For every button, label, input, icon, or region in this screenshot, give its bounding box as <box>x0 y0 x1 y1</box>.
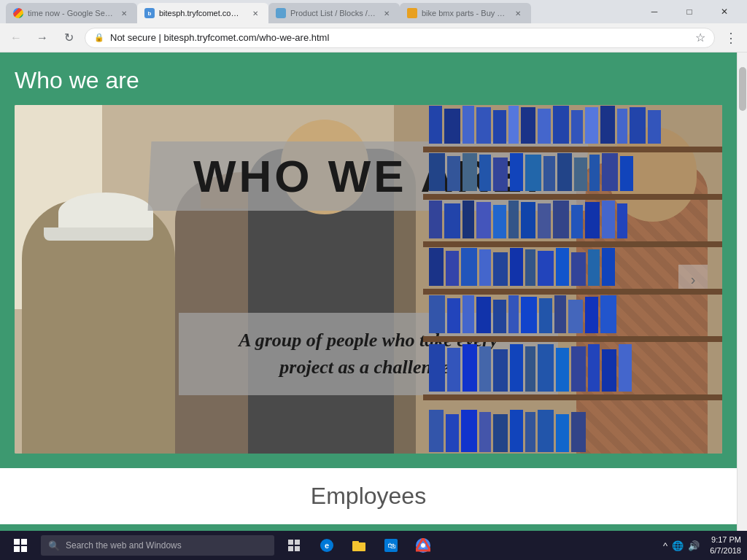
clock-date: 6/7/2018 <box>710 545 741 556</box>
scrollbar-thumb[interactable] <box>739 67 746 111</box>
back-button[interactable]: ← <box>6 28 26 48</box>
search-icon: 🔍 <box>48 540 60 551</box>
tab-close-button[interactable]: ✕ <box>381 7 392 19</box>
navigation-bar: ← → ↻ 🔒 Not secure | bitesph.tryfcomet.c… <box>0 23 747 52</box>
bmx-favicon <box>407 8 417 18</box>
url-text: Not secure | bitesph.tryfcomet.com/who-w… <box>110 32 689 43</box>
employees-heading: Employees <box>0 468 737 524</box>
google-favicon <box>13 8 23 18</box>
below-hero-section: Employees <box>0 454 737 524</box>
taskbar-search-text: Search the web and Windows <box>66 540 182 551</box>
bookmark-icon[interactable]: ☆ <box>695 31 705 44</box>
chrome-taskbar-button[interactable] <box>409 532 438 559</box>
chrome-icon <box>416 538 430 553</box>
chrome-menu-button[interactable]: ⋮ <box>721 28 741 48</box>
lock-icon: 🔒 <box>94 33 104 42</box>
maximize-button[interactable]: □ <box>673 0 706 23</box>
svg-point-13 <box>421 543 425 548</box>
system-tray: ^ 🌐 🔊 9:17 PM 6/7/2018 <box>663 534 741 557</box>
file-explorer-button[interactable] <box>344 532 374 559</box>
file-explorer-icon <box>352 539 365 552</box>
svg-rect-7 <box>352 541 359 545</box>
tab-group: time now - Google Searc... ✕ b bitesph.t… <box>6 0 531 23</box>
white-content-area: Employees <box>0 468 737 524</box>
address-bar[interactable]: 🔒 Not secure | bitesph.tryfcomet.com/who… <box>85 28 715 48</box>
tab-label: Product List / Blocks / El... <box>290 9 376 18</box>
edge-button[interactable]: e <box>312 532 341 559</box>
tab-close-button[interactable]: ✕ <box>512 7 524 19</box>
tab-product-list[interactable]: Product List / Blocks / El... ✕ <box>268 3 400 23</box>
store-button[interactable]: 🛍 <box>376 532 406 559</box>
chevron-up-icon[interactable]: ^ <box>663 540 667 551</box>
network-icon[interactable]: 🌐 <box>672 540 684 551</box>
hero-image-section: WHO WE ARE! A group of people who take e… <box>15 105 722 454</box>
task-view-button[interactable] <box>280 532 309 559</box>
taskbar-search[interactable]: 🔍 Search the web and Windows <box>41 535 274 556</box>
product-favicon <box>276 8 286 18</box>
title-bar: time now - Google Searc... ✕ b bitesph.t… <box>0 0 747 23</box>
page-title: Who we are <box>15 67 722 94</box>
svg-rect-0 <box>288 540 293 545</box>
windows-logo-icon <box>14 539 27 552</box>
system-clock[interactable]: 9:17 PM 6/7/2018 <box>710 534 741 557</box>
reload-button[interactable]: ↻ <box>58 28 79 48</box>
svg-text:e: e <box>325 541 329 550</box>
comet-favicon: b <box>144 8 155 18</box>
page-header: Who we are <box>0 52 737 105</box>
tab-close-button[interactable]: ✕ <box>249 7 261 19</box>
tab-label: time now - Google Searc... <box>28 9 114 18</box>
page-content-area: Who we are <box>0 52 747 531</box>
tab-bmx-parts[interactable]: bike bmx parts - Buy bik... ✕ <box>400 3 531 23</box>
tab-bitesph[interactable]: b bitesph.tryfcomet.com/w... ✕ <box>137 3 268 23</box>
close-button[interactable]: ✕ <box>708 0 741 23</box>
volume-icon[interactable]: 🔊 <box>688 540 700 551</box>
task-view-icon <box>288 540 301 551</box>
forward-button[interactable]: → <box>32 28 53 48</box>
taskbar: 🔍 Search the web and Windows e <box>0 531 747 560</box>
store-icon: 🛍 <box>384 539 398 552</box>
minimize-button[interactable]: ─ <box>638 0 671 23</box>
svg-text:🛍: 🛍 <box>387 541 396 550</box>
main-content: Who we are <box>0 52 737 531</box>
svg-rect-1 <box>295 540 300 545</box>
clock-time: 9:17 PM <box>711 534 741 545</box>
edge-icon: e <box>320 539 333 552</box>
tab-label: bike bmx parts - Buy bik... <box>422 9 508 18</box>
window-controls: ─ □ ✕ <box>638 0 741 23</box>
svg-rect-3 <box>295 546 300 551</box>
tab-label: bitesph.tryfcomet.com/w... <box>159 9 245 18</box>
svg-rect-2 <box>288 546 293 551</box>
scrollbar[interactable] <box>737 52 747 531</box>
tab-google-search[interactable]: time now - Google Searc... ✕ <box>6 3 137 23</box>
tab-close-button[interactable]: ✕ <box>118 7 130 19</box>
browser-window: time now - Google Searc... ✕ b bitesph.t… <box>0 0 747 560</box>
start-button[interactable] <box>6 532 35 559</box>
